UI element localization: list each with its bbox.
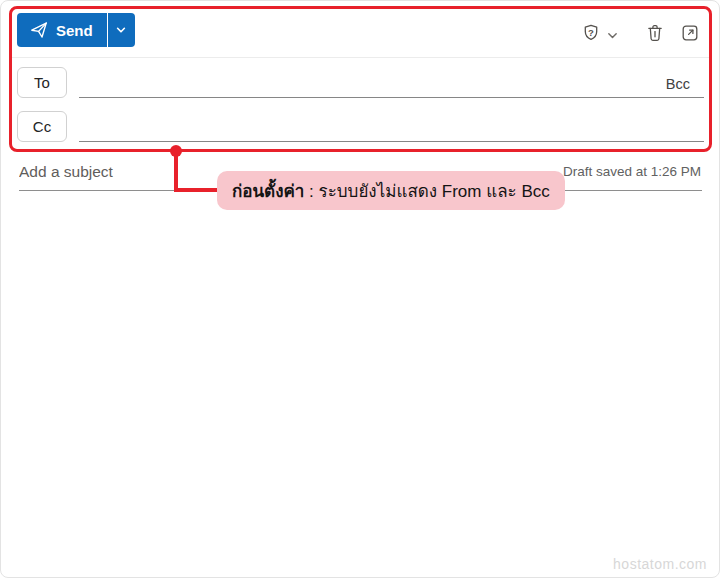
annotation-connector-horizontal [174, 188, 219, 192]
watermark: hostatom.com [613, 556, 707, 572]
cc-button[interactable]: Cc [17, 111, 67, 142]
send-button[interactable]: Send [17, 13, 107, 47]
toolbar-divider [12, 57, 710, 58]
annotation-callout-text: : ระบบยังไม่แสดง From และ Bcc [304, 177, 549, 204]
send-icon [29, 20, 49, 40]
cc-input[interactable] [81, 115, 681, 139]
annotation-callout: ก่อนตั้งค่า : ระบบยังไม่แสดง From และ Bc… [217, 171, 565, 210]
to-field-underline [79, 97, 704, 98]
chevron-down-icon [115, 24, 127, 36]
discard-draft-button[interactable] [641, 19, 669, 47]
bcc-link[interactable]: Bcc [666, 76, 690, 92]
send-split-button: Send [17, 13, 135, 47]
svg-text:?: ? [588, 27, 594, 38]
to-button[interactable]: To [17, 67, 67, 98]
annotation-connector-dot [170, 145, 182, 157]
message-assurance-dropdown[interactable] [601, 21, 623, 49]
annotation-callout-bold-text: ก่อนตั้งค่า [232, 177, 304, 204]
help-chevron-icon [606, 29, 619, 42]
send-button-label: Send [56, 22, 93, 39]
delete-icon [645, 23, 665, 43]
to-input[interactable] [81, 71, 621, 95]
cc-field-underline [79, 141, 704, 142]
draft-saved-status: Draft saved at 1:26 PM [563, 164, 701, 179]
open-in-new-window-icon [680, 23, 700, 43]
annotation-connector-vertical [174, 151, 178, 192]
compose-email-window: Send ? [0, 0, 720, 578]
send-options-dropdown[interactable] [108, 13, 135, 47]
open-in-new-window-button[interactable] [676, 19, 704, 47]
help-shield-icon: ? [581, 23, 601, 43]
